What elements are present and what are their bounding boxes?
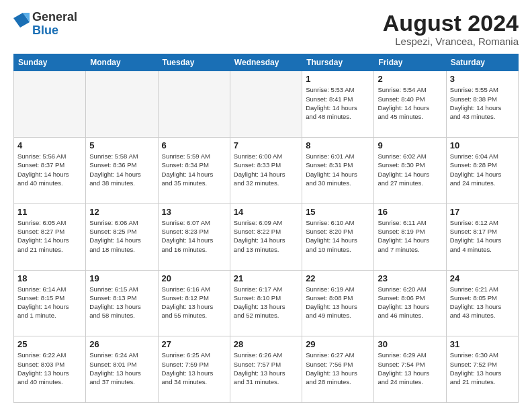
calendar-subtitle: Lespezi, Vrancea, Romania — [383, 36, 519, 47]
day-info: Sunrise: 6:27 AM Sunset: 7:56 PM Dayligh… — [306, 351, 370, 386]
day-info: Sunrise: 6:10 AM Sunset: 8:20 PM Dayligh… — [306, 218, 370, 254]
day-info: Sunrise: 6:20 AM Sunset: 8:06 PM Dayligh… — [378, 285, 442, 320]
calendar-cell: 21Sunrise: 6:17 AM Sunset: 8:10 PM Dayli… — [230, 270, 302, 336]
day-number: 29 — [306, 339, 370, 349]
day-info: Sunrise: 6:11 AM Sunset: 8:19 PM Dayligh… — [378, 218, 442, 254]
day-number: 28 — [234, 339, 298, 349]
day-info: Sunrise: 6:30 AM Sunset: 7:52 PM Dayligh… — [450, 351, 515, 386]
calendar-cell: 30Sunrise: 6:29 AM Sunset: 7:54 PM Dayli… — [374, 336, 446, 403]
day-number: 20 — [162, 273, 226, 283]
calendar-cell: 12Sunrise: 6:06 AM Sunset: 8:25 PM Dayli… — [86, 203, 158, 270]
calendar-cell: 14Sunrise: 6:09 AM Sunset: 8:22 PM Dayli… — [230, 203, 302, 270]
calendar-week-0: 1Sunrise: 5:53 AM Sunset: 8:41 PM Daylig… — [14, 71, 519, 138]
calendar-cell: 18Sunrise: 6:14 AM Sunset: 8:15 PM Dayli… — [14, 270, 86, 336]
calendar-title: August 2024 — [383, 11, 519, 36]
calendar-cell: 20Sunrise: 6:16 AM Sunset: 8:12 PM Dayli… — [158, 270, 230, 336]
day-info: Sunrise: 6:29 AM Sunset: 7:54 PM Dayligh… — [378, 351, 442, 386]
day-number: 11 — [17, 207, 82, 217]
calendar-cell — [86, 71, 158, 138]
day-info: Sunrise: 6:02 AM Sunset: 8:30 PM Dayligh… — [378, 152, 442, 187]
day-number: 10 — [450, 140, 515, 150]
day-number: 23 — [378, 273, 442, 283]
calendar-week-1: 4Sunrise: 5:56 AM Sunset: 8:37 PM Daylig… — [14, 138, 519, 204]
calendar-cell: 11Sunrise: 6:05 AM Sunset: 8:27 PM Dayli… — [14, 203, 86, 270]
day-number: 19 — [89, 273, 154, 283]
day-info: Sunrise: 6:24 AM Sunset: 8:01 PM Dayligh… — [89, 351, 154, 386]
calendar-cell: 17Sunrise: 6:12 AM Sunset: 8:17 PM Dayli… — [446, 203, 518, 270]
calendar-cell: 15Sunrise: 6:10 AM Sunset: 8:20 PM Dayli… — [302, 203, 374, 270]
calendar-week-2: 11Sunrise: 6:05 AM Sunset: 8:27 PM Dayli… — [14, 203, 519, 270]
day-number: 4 — [17, 140, 82, 150]
calendar-cell: 28Sunrise: 6:26 AM Sunset: 7:57 PM Dayli… — [230, 336, 302, 403]
day-number: 21 — [234, 273, 298, 283]
calendar-cell: 2Sunrise: 5:54 AM Sunset: 8:40 PM Daylig… — [374, 71, 446, 138]
calendar-cell: 6Sunrise: 5:59 AM Sunset: 8:34 PM Daylig… — [158, 138, 230, 204]
calendar-week-3: 18Sunrise: 6:14 AM Sunset: 8:15 PM Dayli… — [14, 270, 519, 336]
calendar-cell — [14, 71, 86, 138]
day-info: Sunrise: 5:54 AM Sunset: 8:40 PM Dayligh… — [378, 85, 442, 121]
day-number: 7 — [234, 140, 298, 150]
day-info: Sunrise: 6:12 AM Sunset: 8:17 PM Dayligh… — [450, 218, 515, 254]
calendar-week-4: 25Sunrise: 6:22 AM Sunset: 8:03 PM Dayli… — [14, 336, 519, 403]
day-info: Sunrise: 6:15 AM Sunset: 8:13 PM Dayligh… — [89, 285, 154, 320]
calendar-cell: 19Sunrise: 6:15 AM Sunset: 8:13 PM Dayli… — [86, 270, 158, 336]
day-number: 18 — [17, 273, 82, 283]
day-number: 26 — [89, 339, 154, 349]
calendar-table: Sunday Monday Tuesday Wednesday Thursday… — [13, 54, 519, 403]
day-info: Sunrise: 5:55 AM Sunset: 8:38 PM Dayligh… — [450, 85, 515, 121]
day-info: Sunrise: 5:56 AM Sunset: 8:37 PM Dayligh… — [17, 152, 82, 187]
day-number: 6 — [162, 140, 226, 150]
calendar-cell: 22Sunrise: 6:19 AM Sunset: 8:08 PM Dayli… — [302, 270, 374, 336]
day-info: Sunrise: 5:53 AM Sunset: 8:41 PM Dayligh… — [306, 85, 370, 121]
day-info: Sunrise: 6:16 AM Sunset: 8:12 PM Dayligh… — [162, 285, 226, 320]
day-number: 25 — [17, 339, 82, 349]
day-info: Sunrise: 6:04 AM Sunset: 8:28 PM Dayligh… — [450, 152, 515, 187]
day-number: 9 — [378, 140, 442, 150]
logo-text: General Blue — [32, 11, 77, 38]
day-number: 16 — [378, 207, 442, 217]
day-info: Sunrise: 6:07 AM Sunset: 8:23 PM Dayligh… — [162, 218, 226, 254]
calendar-cell: 24Sunrise: 6:21 AM Sunset: 8:05 PM Dayli… — [446, 270, 518, 336]
logo-icon — [13, 13, 30, 33]
calendar-cell: 26Sunrise: 6:24 AM Sunset: 8:01 PM Dayli… — [86, 336, 158, 403]
header-tuesday: Tuesday — [158, 54, 230, 71]
calendar-cell: 1Sunrise: 5:53 AM Sunset: 8:41 PM Daylig… — [302, 71, 374, 138]
day-number: 8 — [306, 140, 370, 150]
day-number: 12 — [89, 207, 154, 217]
day-number: 15 — [306, 207, 370, 217]
calendar-cell: 31Sunrise: 6:30 AM Sunset: 7:52 PM Dayli… — [446, 336, 518, 403]
day-info: Sunrise: 6:26 AM Sunset: 7:57 PM Dayligh… — [234, 351, 298, 386]
calendar-cell: 3Sunrise: 5:55 AM Sunset: 8:38 PM Daylig… — [446, 71, 518, 138]
logo: General Blue — [13, 11, 77, 38]
day-number: 24 — [450, 273, 515, 283]
header-thursday: Thursday — [302, 54, 374, 71]
header-sunday: Sunday — [14, 54, 86, 71]
header-saturday: Saturday — [446, 54, 518, 71]
title-block: August 2024 Lespezi, Vrancea, Romania — [383, 11, 519, 47]
calendar-cell: 16Sunrise: 6:11 AM Sunset: 8:19 PM Dayli… — [374, 203, 446, 270]
calendar-cell: 4Sunrise: 5:56 AM Sunset: 8:37 PM Daylig… — [14, 138, 86, 204]
header: General Blue August 2024 Lespezi, Vrance… — [13, 11, 519, 47]
day-number: 1 — [306, 74, 370, 84]
day-number: 17 — [450, 207, 515, 217]
day-number: 2 — [378, 74, 442, 84]
calendar-cell: 27Sunrise: 6:25 AM Sunset: 7:59 PM Dayli… — [158, 336, 230, 403]
calendar-cell: 10Sunrise: 6:04 AM Sunset: 8:28 PM Dayli… — [446, 138, 518, 204]
page: General Blue August 2024 Lespezi, Vrance… — [0, 0, 532, 411]
day-info: Sunrise: 6:14 AM Sunset: 8:15 PM Dayligh… — [17, 285, 82, 320]
day-number: 27 — [162, 339, 226, 349]
calendar-cell: 5Sunrise: 5:58 AM Sunset: 8:36 PM Daylig… — [86, 138, 158, 204]
calendar-cell: 7Sunrise: 6:00 AM Sunset: 8:33 PM Daylig… — [230, 138, 302, 204]
day-number: 5 — [89, 140, 154, 150]
day-number: 3 — [450, 74, 515, 84]
day-number: 13 — [162, 207, 226, 217]
day-info: Sunrise: 5:59 AM Sunset: 8:34 PM Dayligh… — [162, 152, 226, 187]
calendar-cell — [230, 71, 302, 138]
calendar-cell: 23Sunrise: 6:20 AM Sunset: 8:06 PM Dayli… — [374, 270, 446, 336]
day-info: Sunrise: 6:22 AM Sunset: 8:03 PM Dayligh… — [17, 351, 82, 386]
day-info: Sunrise: 6:21 AM Sunset: 8:05 PM Dayligh… — [450, 285, 515, 320]
day-info: Sunrise: 6:09 AM Sunset: 8:22 PM Dayligh… — [234, 218, 298, 254]
weekday-header-row: Sunday Monday Tuesday Wednesday Thursday… — [14, 54, 519, 71]
calendar-cell: 8Sunrise: 6:01 AM Sunset: 8:31 PM Daylig… — [302, 138, 374, 204]
day-info: Sunrise: 6:00 AM Sunset: 8:33 PM Dayligh… — [234, 152, 298, 187]
